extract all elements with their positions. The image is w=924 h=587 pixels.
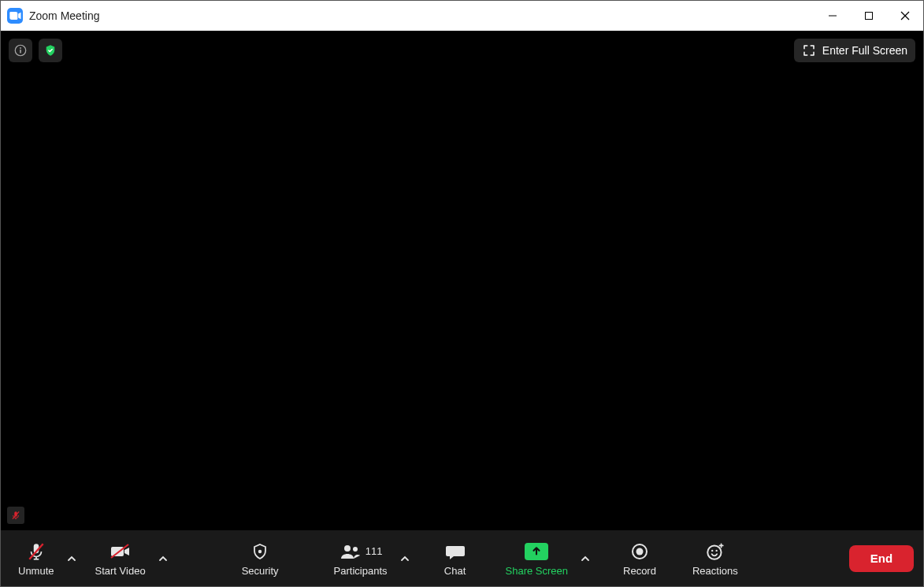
security-button[interactable]: Security xyxy=(226,533,295,584)
share-screen-icon xyxy=(525,543,548,560)
chevron-up-icon xyxy=(400,554,410,563)
reactions-label: Reactions xyxy=(692,565,738,577)
reactions-icon xyxy=(705,541,725,562)
end-label: End xyxy=(870,552,892,565)
chat-button[interactable]: Chat xyxy=(429,533,482,584)
enter-fullscreen-button[interactable]: Enter Full Screen xyxy=(794,39,915,62)
record-label: Record xyxy=(623,565,656,577)
svg-point-18 xyxy=(353,547,358,552)
svg-point-21 xyxy=(707,545,721,559)
svg-rect-14 xyxy=(111,547,124,556)
meeting-info-button[interactable] xyxy=(9,39,32,62)
zoom-logo-icon xyxy=(7,8,23,24)
start-video-label: Start Video xyxy=(95,565,146,577)
enter-fullscreen-label: Enter Full Screen xyxy=(822,44,907,57)
chevron-up-icon xyxy=(581,554,590,563)
chevron-up-icon xyxy=(67,554,76,563)
participants-icon xyxy=(339,541,362,562)
video-area: Enter Full Screen xyxy=(1,31,923,530)
start-video-button[interactable]: Start Video xyxy=(87,533,154,584)
shield-icon xyxy=(250,541,269,562)
participants-options-caret[interactable] xyxy=(395,533,414,584)
video-off-icon xyxy=(109,541,132,562)
shield-check-icon xyxy=(43,43,58,58)
mic-muted-icon xyxy=(10,510,21,521)
share-screen-label: Share Screen xyxy=(506,565,569,577)
meeting-toolbar: Unmute Start Video xyxy=(1,530,923,586)
mic-muted-icon xyxy=(26,541,46,562)
share-screen-button[interactable]: Share Screen xyxy=(498,533,577,584)
svg-point-16 xyxy=(258,550,262,553)
participants-count: 111 xyxy=(366,545,383,557)
window-title: Zoom Meeting xyxy=(29,9,99,22)
end-button[interactable]: End xyxy=(849,545,914,572)
svg-point-22 xyxy=(711,550,713,552)
svg-point-17 xyxy=(344,545,351,552)
participants-button[interactable]: 111 Participants xyxy=(326,533,395,584)
svg-point-23 xyxy=(715,550,717,552)
share-options-caret[interactable] xyxy=(576,533,595,584)
meeting-info-controls xyxy=(9,39,62,62)
svg-rect-1 xyxy=(866,13,873,20)
window-titlebar: Zoom Meeting xyxy=(1,1,923,31)
window-close-button[interactable] xyxy=(887,1,923,31)
window-maximize-button[interactable] xyxy=(851,1,887,31)
svg-point-20 xyxy=(636,548,643,555)
window-minimize-button[interactable] xyxy=(815,1,851,31)
chevron-up-icon xyxy=(158,554,168,563)
chat-label: Chat xyxy=(444,565,466,577)
zoom-window: Zoom Meeting xyxy=(0,0,924,587)
record-button[interactable]: Record xyxy=(609,533,670,584)
self-muted-indicator xyxy=(7,507,24,524)
video-options-caret[interactable] xyxy=(154,533,173,584)
audio-options-caret[interactable] xyxy=(62,533,81,584)
info-icon xyxy=(13,43,28,58)
unmute-label: Unmute xyxy=(18,565,54,577)
chat-icon xyxy=(444,541,466,562)
fullscreen-icon xyxy=(802,43,816,58)
participants-label: Participants xyxy=(334,565,388,577)
reactions-button[interactable]: Reactions xyxy=(678,533,752,584)
encryption-shield-button[interactable] xyxy=(39,39,62,62)
svg-point-5 xyxy=(20,47,21,49)
svg-rect-6 xyxy=(20,50,21,54)
record-icon xyxy=(630,542,649,561)
security-label: Security xyxy=(242,565,279,577)
unmute-button[interactable]: Unmute xyxy=(10,533,62,584)
